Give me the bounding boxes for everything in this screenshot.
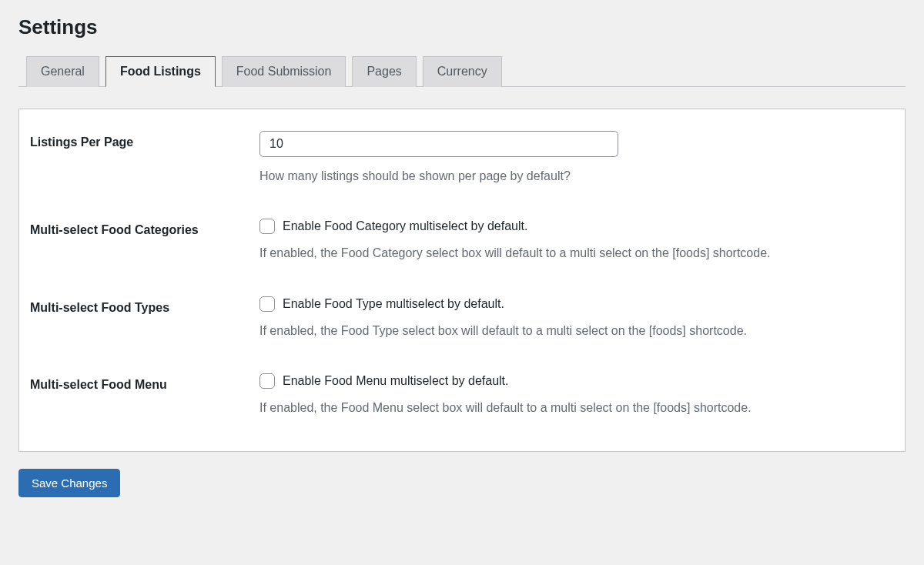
- help-listings-per-page: How many listings should be shown per pa…: [259, 168, 894, 185]
- row-multi-types: Multi-select Food Types Enable Food Type…: [30, 296, 894, 339]
- save-changes-button[interactable]: Save Changes: [18, 469, 120, 497]
- checkbox-line-types: Enable Food Type multiselect by default.: [259, 296, 894, 312]
- help-multi-menu: If enabled, the Food Menu select box wil…: [259, 400, 894, 416]
- help-multi-types: If enabled, the Food Type select box wil…: [259, 323, 894, 339]
- row-multi-menu: Multi-select Food Menu Enable Food Menu …: [30, 373, 894, 416]
- multi-menu-checkbox-label[interactable]: Enable Food Menu multiselect by default.: [283, 374, 509, 388]
- multi-categories-checkbox[interactable]: [259, 219, 275, 234]
- label-listings-per-page: Listings Per Page: [30, 131, 259, 149]
- tab-currency[interactable]: Currency: [423, 56, 502, 87]
- content-multi-categories: Enable Food Category multiselect by defa…: [259, 219, 894, 262]
- content-multi-menu: Enable Food Menu multiselect by default.…: [259, 373, 894, 416]
- multi-categories-checkbox-label[interactable]: Enable Food Category multiselect by defa…: [283, 219, 527, 233]
- listings-per-page-input[interactable]: [259, 131, 618, 157]
- checkbox-line-categories: Enable Food Category multiselect by defa…: [259, 219, 894, 234]
- label-multi-menu: Multi-select Food Menu: [30, 373, 259, 392]
- multi-types-checkbox-label[interactable]: Enable Food Type multiselect by default.: [283, 297, 504, 311]
- row-multi-categories: Multi-select Food Categories Enable Food…: [30, 219, 894, 262]
- multi-types-checkbox[interactable]: [259, 296, 275, 312]
- multi-menu-checkbox[interactable]: [259, 373, 275, 389]
- tab-food-submission[interactable]: Food Submission: [222, 56, 346, 87]
- label-multi-categories: Multi-select Food Categories: [30, 219, 259, 237]
- help-multi-categories: If enabled, the Food Category select box…: [259, 245, 894, 262]
- tab-general[interactable]: General: [26, 56, 99, 87]
- settings-panel: Listings Per Page How many listings shou…: [18, 109, 906, 452]
- row-listings-per-page: Listings Per Page How many listings shou…: [30, 131, 894, 185]
- tab-food-listings[interactable]: Food Listings: [105, 56, 216, 87]
- label-multi-types: Multi-select Food Types: [30, 296, 259, 315]
- tabs-nav: General Food Listings Food Submission Pa…: [18, 56, 906, 87]
- tab-pages[interactable]: Pages: [352, 56, 416, 87]
- checkbox-line-menu: Enable Food Menu multiselect by default.: [259, 373, 894, 389]
- content-listings-per-page: How many listings should be shown per pa…: [259, 131, 894, 185]
- page-title: Settings: [18, 15, 906, 39]
- content-multi-types: Enable Food Type multiselect by default.…: [259, 296, 894, 339]
